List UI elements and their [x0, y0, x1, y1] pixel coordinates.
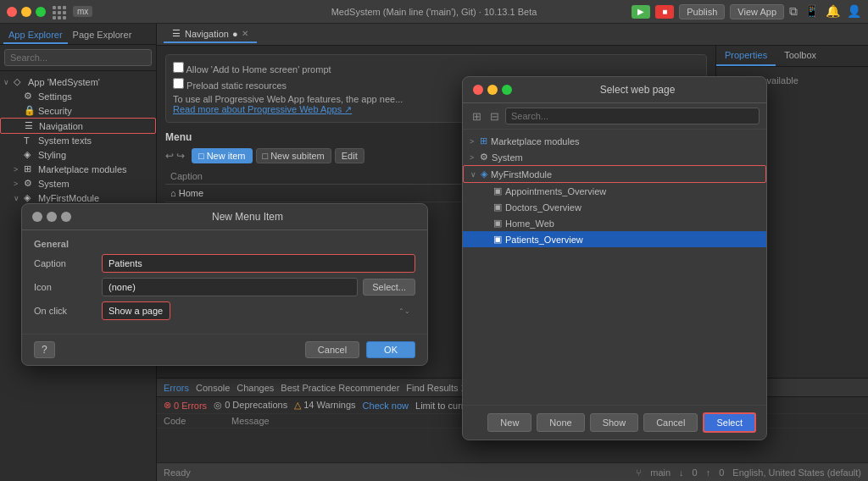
tree-myfirstmodule[interactable]: ∨ ◈ MyFirstModule [463, 165, 766, 183]
up-count: 0 [719, 467, 724, 478]
select-close-btn[interactable] [473, 85, 483, 95]
sidebar-item-app[interactable]: ∨ ◇ App 'MedSystem' [0, 75, 156, 89]
dialog-window-controls[interactable] [32, 212, 71, 222]
dialog-body: General Caption Icon Select... On click … [22, 230, 427, 334]
warnings-count: 14 Warnings [303, 400, 355, 410]
dialog-close-btn[interactable] [32, 212, 42, 222]
maximize-button[interactable] [36, 7, 46, 17]
minimize-button[interactable] [21, 7, 31, 17]
preload-checkbox[interactable] [173, 78, 184, 89]
tab-properties[interactable]: Properties [716, 46, 776, 66]
tree-system[interactable]: > ⚙ System [463, 149, 766, 165]
tree-appointments[interactable]: ▣ Appointments_Overview [463, 183, 766, 199]
select-dialog-controls[interactable] [473, 85, 512, 95]
new-item-button[interactable]: □ New item [192, 148, 253, 163]
ok-button[interactable]: OK [366, 341, 415, 358]
tree-patients-overview[interactable]: ▣ Patients_Overview [463, 231, 766, 247]
close-button[interactable] [7, 7, 17, 17]
check-now-btn[interactable]: Check now [363, 401, 409, 411]
dialog-title-bar: New Menu Item [22, 204, 427, 230]
sidebar-item-label: Security [38, 106, 72, 116]
onclick-select[interactable]: Show a page [102, 301, 170, 320]
pwa-link[interactable]: Read more about Progressive Web Apps ↗ [173, 104, 352, 114]
down-count: 0 [693, 467, 698, 478]
monitor-icon[interactable]: ⧉ [789, 4, 798, 19]
tree-marketplace[interactable]: > ⊞ Marketplace modules [463, 133, 766, 149]
tab-page-explorer[interactable]: Page Explorer [68, 27, 137, 44]
icon-label: Icon [34, 282, 102, 292]
phone-icon[interactable]: 📱 [804, 4, 819, 19]
sidebar-item-marketplace[interactable]: > ⊞ Marketplace modules [0, 162, 156, 176]
page-icon: ▣ [493, 185, 502, 196]
statusbar-right: ⑂ main ↓ 0 ↑ 0 English, United States (d… [636, 467, 861, 478]
sidebar-item-label: System texts [38, 135, 92, 146]
tab-navigation[interactable]: ☰ Navigation ● ✕ [164, 25, 257, 43]
tab-best-practice[interactable]: Best Practice Recommender [281, 381, 399, 395]
tab-app-explorer[interactable]: App Explorer [3, 27, 68, 44]
icon-input[interactable] [102, 278, 358, 296]
bell-icon[interactable]: 🔔 [826, 4, 840, 19]
dialog-min-btn[interactable] [47, 212, 57, 222]
window-controls[interactable] [7, 7, 46, 17]
tab-changes[interactable]: Changes [236, 381, 274, 395]
sidebar-item-system-texts[interactable]: T System texts [0, 134, 156, 147]
edit-button[interactable]: Edit [335, 148, 364, 163]
app-icon: ◇ [14, 76, 25, 87]
sidebar-item-label: App 'MedSystem' [28, 77, 100, 87]
arrow-icon: > [470, 137, 480, 146]
tree-item-label: Marketplace modules [491, 136, 580, 147]
header-icons: ⧉ 📱 🔔 👤 [789, 4, 861, 19]
stop-button[interactable]: ■ [655, 5, 674, 19]
cancel-button[interactable]: Cancel [305, 341, 359, 358]
error-icon: ⊗ [164, 400, 171, 411]
pwa-row1: Allow 'Add to Home screen' prompt [173, 62, 699, 75]
show-button[interactable]: Show [590, 413, 639, 432]
none-button[interactable]: None [537, 413, 584, 432]
caption-input[interactable] [102, 254, 415, 273]
tree-home-web[interactable]: ▣ Home_Web [463, 215, 766, 231]
help-button[interactable]: ? [34, 341, 55, 358]
sidebar-item-security[interactable]: 🔒 Security [0, 103, 156, 118]
person-icon[interactable]: 👤 [847, 4, 861, 19]
icon-row: Icon Select... [34, 278, 415, 296]
select-search-input[interactable] [505, 108, 760, 124]
redo-icon[interactable]: ↪ [176, 150, 185, 162]
home-icon: ⌂ [170, 188, 176, 198]
tab-toolbox[interactable]: Toolbox [776, 46, 825, 66]
run-button[interactable]: ▶ [632, 5, 650, 19]
deprecations-count: 0 Deprecations [225, 400, 287, 410]
page-icon: ▣ [493, 234, 502, 245]
undo-icon[interactable]: ↩ [165, 150, 174, 162]
nav-icon: ☰ [172, 28, 181, 39]
sidebar-item-styling[interactable]: ◈ Styling [0, 147, 156, 162]
sidebar-search-input[interactable] [4, 49, 152, 66]
view-app-button[interactable]: View App [730, 4, 784, 19]
sidebar-item-system[interactable]: > ⚙ System [0, 176, 156, 191]
tree-doctors[interactable]: ▣ Doctors_Overview [463, 199, 766, 215]
select-min-btn[interactable] [487, 85, 498, 95]
toolbar-icon2[interactable]: ⊟ [487, 109, 502, 124]
select-dialog-toolbar: ⊞ ⊟ [463, 103, 766, 130]
status-ready: Ready [164, 467, 636, 478]
new-button[interactable]: New [487, 413, 531, 432]
select-max-btn[interactable] [502, 85, 512, 95]
tree-item-label: Patients_Overview [505, 235, 583, 245]
new-subitem-button[interactable]: □ New subitem [256, 148, 331, 163]
cancel-button[interactable]: Cancel [643, 413, 698, 432]
toolbar-icon1[interactable]: ⊞ [470, 109, 484, 124]
tab-console[interactable]: Console [196, 381, 230, 395]
caption-label: Caption [34, 258, 102, 268]
publish-button[interactable]: Publish [679, 4, 725, 19]
branch-icon: ⑂ [636, 467, 642, 478]
dialog-max-btn[interactable] [61, 212, 71, 222]
tab-errors[interactable]: Errors [164, 381, 189, 395]
tab-find-results[interactable]: Find Results 1 [406, 381, 465, 395]
allow-home-screen-checkbox[interactable] [173, 62, 184, 73]
sidebar-item-settings[interactable]: ⚙ Settings [0, 89, 156, 103]
icon-select-button[interactable]: Select... [363, 279, 415, 296]
sidebar-item-label: Settings [38, 91, 72, 102]
sidebar-item-navigation[interactable]: ☰ Navigation [0, 118, 156, 134]
tab-close-button[interactable]: ✕ [242, 29, 248, 38]
tree-item-label: Appointments_Overview [505, 186, 606, 196]
select-button[interactable]: Select [703, 412, 756, 433]
